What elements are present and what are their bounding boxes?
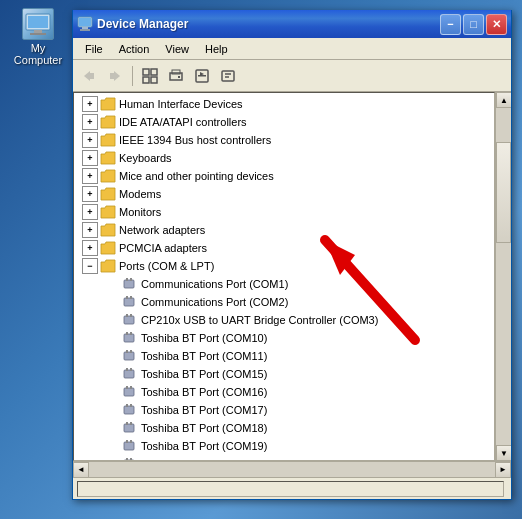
expand-icon[interactable]: +	[82, 204, 98, 220]
tree-item[interactable]: + Human Interface Devices	[74, 95, 494, 113]
device-icon	[100, 258, 116, 274]
menu-help[interactable]: Help	[197, 41, 236, 57]
expand-icon[interactable]: +	[82, 168, 98, 184]
tree-item[interactable]: + IDE ATA/ATAPI controllers	[74, 113, 494, 131]
menu-file[interactable]: File	[77, 41, 111, 57]
tree-item[interactable]: Toshiba BT Port (COM10)	[74, 329, 494, 347]
tree-item[interactable]: Toshiba BT Port (COM11)	[74, 347, 494, 365]
my-computer-icon-image	[22, 8, 54, 40]
tree-item[interactable]: Toshiba BT Port (COM17)	[74, 401, 494, 419]
tree-item[interactable]: Toshiba BT Port (COM20)	[74, 455, 494, 461]
scroll-thumb[interactable]	[496, 142, 511, 243]
device-icon	[100, 132, 116, 148]
expand-icon[interactable]: +	[82, 222, 98, 238]
title-bar: Device Manager − □ ✕	[73, 10, 511, 38]
expand-icon[interactable]: +	[82, 186, 98, 202]
scroll-down-button[interactable]: ▼	[496, 445, 511, 461]
horizontal-scrollbar[interactable]: ◄ ►	[73, 461, 511, 477]
window-controls: − □ ✕	[440, 14, 507, 35]
svg-rect-2	[34, 30, 42, 33]
svg-rect-26	[126, 278, 128, 281]
expand-icon[interactable]: −	[82, 258, 98, 274]
expand-icon[interactable]: +	[82, 96, 98, 112]
tree-item[interactable]: + PCMCIA adapters	[74, 239, 494, 257]
device-label: Toshiba BT Port (COM17)	[141, 404, 267, 416]
menu-action[interactable]: Action	[111, 41, 158, 57]
expand-icon[interactable]: +	[82, 114, 98, 130]
tree-item[interactable]: Toshiba BT Port (COM19)	[74, 437, 494, 455]
device-label: IDE ATA/ATAPI controllers	[119, 116, 247, 128]
device-icon	[100, 168, 116, 184]
device-label: Human Interface Devices	[119, 98, 243, 110]
device-label: CP210x USB to UART Bridge Controller (CO…	[141, 314, 378, 326]
device-tree[interactable]: + Human Interface Devices+ IDE ATA/ATAPI…	[73, 92, 495, 461]
toolbar-btn-2[interactable]	[164, 64, 188, 88]
device-manager-window: Device Manager − □ ✕ File Action View He…	[72, 10, 512, 500]
svg-rect-7	[80, 29, 90, 31]
svg-rect-37	[124, 352, 134, 360]
device-label: Communications Port (COM2)	[141, 296, 288, 308]
expand-icon[interactable]: +	[82, 150, 98, 166]
tree-item[interactable]: CP210x USB to UART Bridge Controller (CO…	[74, 311, 494, 329]
close-button[interactable]: ✕	[486, 14, 507, 35]
my-computer-icon[interactable]: My Computer	[8, 8, 68, 66]
device-icon	[122, 348, 138, 364]
maximize-button[interactable]: □	[463, 14, 484, 35]
svg-rect-14	[143, 77, 149, 83]
tree-item[interactable]: Communications Port (COM2)	[74, 293, 494, 311]
forward-button[interactable]	[103, 64, 127, 88]
toolbar-btn-3[interactable]	[190, 64, 214, 88]
toolbar-btn-4[interactable]	[216, 64, 240, 88]
svg-rect-57	[130, 458, 132, 461]
tree-item[interactable]: + Keyboards	[74, 149, 494, 167]
device-label: Toshiba BT Port (COM11)	[141, 350, 267, 362]
tree-item[interactable]: + Mice and other pointing devices	[74, 167, 494, 185]
svg-rect-56	[126, 458, 128, 461]
tree-item[interactable]: + IEEE 1394 Bus host controllers	[74, 131, 494, 149]
tree-item[interactable]: Toshiba BT Port (COM15)	[74, 365, 494, 383]
svg-rect-9	[90, 73, 94, 79]
tree-item[interactable]: Communications Port (COM1)	[74, 275, 494, 293]
title-bar-icon	[77, 16, 93, 32]
device-label: Toshiba BT Port (COM18)	[141, 422, 267, 434]
scroll-up-button[interactable]: ▲	[496, 92, 511, 108]
svg-rect-5	[79, 18, 91, 26]
device-label: PCMCIA adapters	[119, 242, 207, 254]
svg-rect-28	[124, 298, 134, 306]
tree-item[interactable]: Toshiba BT Port (COM16)	[74, 383, 494, 401]
status-text	[77, 481, 504, 497]
svg-rect-22	[222, 71, 234, 81]
toolbar-separator-1	[132, 66, 133, 86]
svg-rect-1	[28, 16, 48, 28]
tree-item[interactable]: Toshiba BT Port (COM18)	[74, 419, 494, 437]
svg-rect-55	[124, 460, 134, 461]
tree-item[interactable]: + Monitors	[74, 203, 494, 221]
svg-rect-42	[130, 368, 132, 371]
device-icon	[122, 312, 138, 328]
device-label: Toshiba BT Port (COM15)	[141, 368, 267, 380]
tree-item[interactable]: − Ports (COM & LPT)	[74, 257, 494, 275]
tree-item[interactable]: + Network adapters	[74, 221, 494, 239]
svg-rect-44	[126, 386, 128, 389]
svg-rect-35	[126, 332, 128, 335]
toolbar-btn-1[interactable]	[138, 64, 162, 88]
menu-view[interactable]: View	[157, 41, 197, 57]
svg-rect-48	[130, 404, 132, 407]
svg-rect-53	[126, 440, 128, 443]
device-label: Monitors	[119, 206, 161, 218]
expand-icon[interactable]: +	[82, 132, 98, 148]
vertical-scrollbar[interactable]: ▲ ▼	[495, 92, 511, 461]
scroll-h-track[interactable]	[89, 462, 495, 478]
device-icon	[122, 294, 138, 310]
scroll-left-button[interactable]: ◄	[73, 462, 89, 478]
svg-rect-13	[151, 69, 157, 75]
svg-rect-51	[130, 422, 132, 425]
expand-icon[interactable]: +	[82, 240, 98, 256]
tree-item[interactable]: + Modems	[74, 185, 494, 203]
svg-rect-50	[126, 422, 128, 425]
scroll-track[interactable]	[496, 108, 511, 445]
back-button[interactable]	[77, 64, 101, 88]
status-bar	[73, 477, 511, 499]
scroll-right-button[interactable]: ►	[495, 462, 511, 478]
minimize-button[interactable]: −	[440, 14, 461, 35]
